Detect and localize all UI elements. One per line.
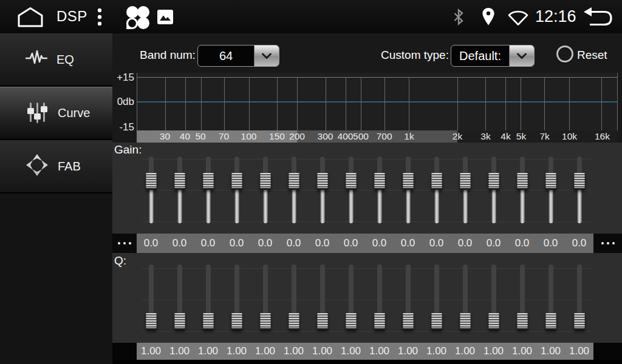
sidebar-item-label: FAB xyxy=(58,160,81,174)
q-value-row: 1.001.001.001.001.001.001.001.001.001.00… xyxy=(112,343,622,360)
slider-knob[interactable] xyxy=(260,313,271,330)
grid-line xyxy=(485,77,486,130)
band-num-value: 64 xyxy=(198,46,254,66)
q-slider[interactable] xyxy=(165,262,194,343)
gain-slider[interactable] xyxy=(451,149,479,229)
slider-knob[interactable] xyxy=(374,173,385,190)
q-slider[interactable] xyxy=(279,262,308,343)
overflow-menu-icon[interactable] xyxy=(97,8,102,29)
slider-knob[interactable] xyxy=(231,313,242,330)
slider-knob[interactable] xyxy=(545,313,556,330)
home-icon[interactable] xyxy=(16,6,45,30)
gain-slider[interactable] xyxy=(279,149,308,229)
q-row-right-spacer xyxy=(593,343,622,360)
q-slider[interactable] xyxy=(308,262,337,343)
q-slider[interactable] xyxy=(365,262,394,343)
gain-slider[interactable] xyxy=(165,149,194,229)
grid-line xyxy=(249,77,250,130)
slider-knob[interactable] xyxy=(517,313,528,330)
gain-slider[interactable] xyxy=(422,149,451,229)
slider-knob[interactable] xyxy=(403,313,414,330)
q-slider[interactable] xyxy=(451,262,479,343)
slider-knob[interactable] xyxy=(403,173,414,190)
q-value: 1.00 xyxy=(251,343,279,360)
q-slider[interactable] xyxy=(422,262,451,343)
slider-knob[interactable] xyxy=(231,173,242,190)
slider-knob[interactable] xyxy=(203,313,214,330)
q-slider[interactable] xyxy=(565,262,593,343)
custom-type-select[interactable]: Default: xyxy=(451,45,535,67)
slider-knob[interactable] xyxy=(488,173,499,190)
slider-knob[interactable] xyxy=(174,313,185,330)
gain-slider[interactable] xyxy=(536,149,565,229)
gain-slider[interactable] xyxy=(222,149,251,229)
apps-icon[interactable] xyxy=(123,5,150,33)
slider-knob[interactable] xyxy=(545,173,556,190)
slider-knob[interactable] xyxy=(460,173,471,190)
slider-knob[interactable] xyxy=(146,313,157,330)
sidebar-item-fab[interactable]: FAB xyxy=(0,140,112,194)
q-slider[interactable] xyxy=(337,262,365,343)
slider-knob[interactable] xyxy=(460,313,471,330)
gain-scroll-left-button[interactable] xyxy=(112,234,137,253)
q-slider[interactable] xyxy=(222,262,251,343)
slider-knob[interactable] xyxy=(174,173,185,190)
slider-knob[interactable] xyxy=(346,313,357,330)
slider-knob[interactable] xyxy=(488,313,499,330)
gain-slider[interactable] xyxy=(194,149,222,229)
q-slider[interactable] xyxy=(536,262,565,343)
slider-knob[interactable] xyxy=(317,173,328,190)
gain-slider[interactable] xyxy=(137,149,165,229)
gain-slider[interactable] xyxy=(508,149,536,229)
slider-knob[interactable] xyxy=(260,173,271,190)
q-slider[interactable] xyxy=(194,262,222,343)
q-slider[interactable] xyxy=(251,262,279,343)
gain-value: 0.0 xyxy=(222,234,251,253)
gain-slider[interactable] xyxy=(479,149,508,229)
q-slider[interactable] xyxy=(137,262,165,343)
gain-value: 0.0 xyxy=(508,234,536,253)
slider-knob[interactable] xyxy=(574,313,585,330)
q-row-left-spacer xyxy=(112,343,137,360)
q-slider[interactable] xyxy=(508,262,536,343)
reset-radio[interactable] xyxy=(556,46,573,62)
q-slider[interactable] xyxy=(394,262,422,343)
back-button[interactable] xyxy=(583,7,613,29)
slider-knob[interactable] xyxy=(374,313,385,330)
gallery-icon[interactable] xyxy=(157,10,173,27)
ellipsis-icon xyxy=(118,242,120,244)
gain-value-row: 0.00.00.00.00.00.00.00.00.00.00.00.00.00… xyxy=(112,234,622,253)
gain-scroll-right-button[interactable] xyxy=(593,234,622,253)
gain-slider[interactable] xyxy=(365,149,394,229)
slider-knob[interactable] xyxy=(346,173,357,190)
slider-track xyxy=(549,189,553,223)
gain-slider[interactable] xyxy=(565,149,593,229)
slider-knob[interactable] xyxy=(431,313,442,330)
band-num-select[interactable]: 64 xyxy=(197,45,279,67)
slider-knob[interactable] xyxy=(289,313,299,330)
slider-track xyxy=(320,189,324,223)
slider-track xyxy=(377,189,381,223)
gain-slider[interactable] xyxy=(251,149,279,229)
gain-slider[interactable] xyxy=(308,149,337,229)
gain-value: 0.0 xyxy=(451,234,479,253)
grid-line xyxy=(201,77,202,130)
sidebar-item-curve[interactable]: Curve xyxy=(0,87,112,140)
gain-slider[interactable] xyxy=(337,149,365,229)
slider-knob[interactable] xyxy=(146,173,157,190)
gain-slider[interactable] xyxy=(394,149,422,229)
gain-value: 0.0 xyxy=(251,234,279,253)
slider-knob[interactable] xyxy=(203,173,214,190)
gain-value: 0.0 xyxy=(536,234,565,253)
slider-knob[interactable] xyxy=(574,173,585,190)
plus15-gridline xyxy=(137,77,617,78)
slider-knob[interactable] xyxy=(317,313,328,330)
sidebar-item-eq[interactable]: EQ xyxy=(0,33,112,87)
q-slider[interactable] xyxy=(479,262,508,343)
freq-tick-label: 400 xyxy=(338,130,354,143)
slider-knob[interactable] xyxy=(431,173,442,190)
clock: 12:16 xyxy=(535,7,576,26)
slider-knob[interactable] xyxy=(289,173,299,190)
slider-knob[interactable] xyxy=(517,173,528,190)
zero-db-curve xyxy=(137,101,617,103)
